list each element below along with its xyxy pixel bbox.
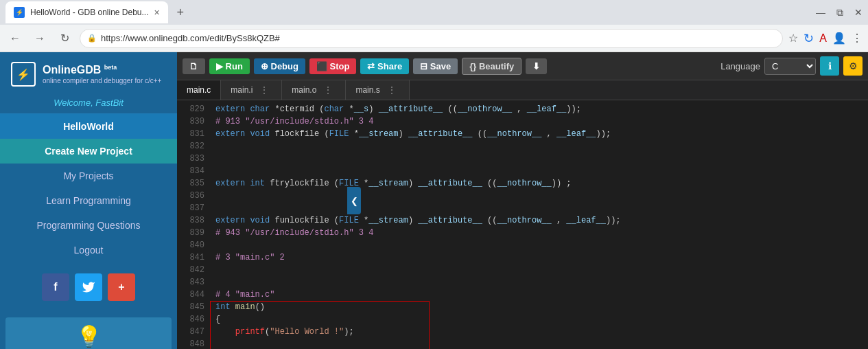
sidebar-item-helloworld[interactable]: HelloWorld [0,114,177,139]
refresh-button[interactable]: ↻ [55,29,74,48]
menu-icon[interactable]: ⋮ [852,32,863,45]
code-line [215,264,863,276]
sidebar-nav: HelloWorld Create New Project My Project… [0,114,177,262]
beautify-button[interactable]: {} Beautify [462,58,521,75]
code-line [215,276,863,289]
file-tab-more-icon3[interactable]: ⋮ [384,85,399,95]
download-button[interactable]: ⬇ [526,58,547,74]
twitter-button[interactable] [75,273,102,301]
logo-badge: beta [104,64,117,71]
code-line: # 4 "main.c" [215,289,863,301]
line-number: 842 [177,264,204,276]
back-button[interactable]: ← [5,29,25,48]
code-content[interactable]: extern char *ctermid (char *__s) __attri… [210,100,868,349]
save-button[interactable]: ⊟ Save [413,58,458,74]
line-number: 846 [177,313,204,326]
line-number: 835 [177,177,204,190]
code-line: # 943 "/usr/include/stdio.h" 3 4 [215,227,863,239]
line-number: 831 [177,128,204,140]
code-line [215,165,863,177]
file-tab-main-i[interactable]: main.i ⋮ [221,80,282,100]
forward-button[interactable]: → [30,29,49,48]
minimize-icon[interactable]: — [816,7,825,19]
sidebar-social: f + [0,262,177,312]
google-plus-button[interactable]: + [108,273,135,301]
language-label: Language [720,61,760,71]
file-tabs: main.c main.i ⋮ main.o ⋮ main.s ⋮ [177,80,868,100]
line-number: 829 [177,103,204,115]
file-tab-more-icon2[interactable]: ⋮ [320,85,336,95]
sidebar-item-programming-questions[interactable]: Programming Questions [0,213,177,238]
profile-icon[interactable]: 👤 [832,32,846,45]
line-number: 836 [177,190,204,202]
line-numbers: 8298308318328338348358368378388398408418… [177,100,210,349]
info-button[interactable]: ℹ [820,56,839,76]
new-file-button[interactable]: 🗋 [183,58,205,74]
debug-button[interactable]: ⊕ Debug [254,58,305,74]
maximize-icon[interactable]: ⧉ [836,7,843,19]
line-number: 839 [177,227,204,239]
ext-icon2[interactable]: A [819,32,827,45]
sidebar-item-create-new-project[interactable]: Create New Project [0,139,177,164]
share-button[interactable]: ⇄ Share [360,58,409,74]
code-line [215,140,863,153]
code-line: int main() [215,301,863,313]
sidebar: ⚡ OnlineGDB beta online compiler and deb… [0,52,177,349]
logo-subtitle: online compiler and debugger for c/c++ [43,77,161,85]
ad-bulb-icon: 💡 [12,324,165,348]
code-line [215,190,863,202]
sidebar-ad: 💡 GOT AN OPINION? SHARE AND GET REWARDED… [5,317,172,349]
code-line [215,202,863,214]
address-bar[interactable]: 🔒 https://www.onlinegdb.com/edit/BySs8kQ… [80,29,783,48]
file-tab-main-o[interactable]: main.o ⋮ [282,80,346,100]
code-line [215,338,863,349]
lock-icon: 🔒 [87,34,97,43]
code-line [215,153,863,165]
file-tab-main-s[interactable]: main.s ⋮ [346,80,409,100]
ext-icon1[interactable]: ↻ [804,31,814,46]
url-text: https://www.onlinegdb.com/edit/BySs8kQZB… [101,33,280,43]
sidebar-logo: ⚡ OnlineGDB beta online compiler and deb… [0,52,177,92]
bookmark-icon[interactable]: ☆ [788,32,798,45]
file-tab-more-icon[interactable]: ⋮ [257,85,272,95]
sidebar-item-learn-programming[interactable]: Learn Programming [0,188,177,213]
sidebar-welcome: Welcome, FastBit [0,92,177,114]
sidebar-collapse-button[interactable]: ❮ [347,187,361,214]
code-line: # 3 "main.c" 2 [215,251,863,264]
line-number: 837 [177,202,204,214]
stop-button[interactable]: ⬛ Stop [309,58,357,74]
line-number: 845 [177,301,204,313]
code-line: extern void flockfile (FILE *__stream) _… [215,128,863,140]
close-window-icon[interactable]: ✕ [854,7,863,19]
line-number: 847 [177,326,204,338]
file-tab-main-c[interactable]: main.c [177,80,221,100]
language-select[interactable]: C C++ Java Python [764,58,816,75]
line-number: 838 [177,214,204,227]
run-button[interactable]: ▶ Run [209,58,250,74]
browser-tab[interactable]: ⚡ HelloWorld - GDB online Debu... × [5,1,168,23]
sidebar-item-my-projects[interactable]: My Projects [0,164,177,188]
code-line: extern void funlockfile (FILE *__stream)… [215,214,863,227]
logo-icon: ⚡ [11,62,36,87]
line-number: 830 [177,115,204,128]
tab-close-icon[interactable]: × [154,7,160,18]
sidebar-item-logout[interactable]: Logout [0,238,177,262]
code-line: extern int ftrylockfile (FILE *__stream)… [215,177,863,190]
tab-title: HelloWorld - GDB online Debu... [30,8,149,17]
new-tab-button[interactable]: + [171,3,190,22]
line-number: 843 [177,276,204,289]
logo-name: OnlineGDB beta [43,64,161,76]
code-editor[interactable]: 8298308318328338348358368378388398408418… [177,100,868,349]
code-line [215,239,863,251]
line-number: 833 [177,153,204,165]
code-line: extern char *ctermid (char *__s) __attri… [215,103,863,115]
settings-button[interactable]: ⚙ [843,56,863,76]
toolbar: 🗋 ▶ Run ⊕ Debug ⬛ Stop ⇄ Share ⊟ Save {}… [177,52,868,80]
language-selector: Language C C++ Java Python [720,58,816,75]
facebook-button[interactable]: f [42,273,69,301]
code-line: printf("Hello World !"); [215,326,863,338]
line-number: 848 [177,338,204,349]
line-number: 844 [177,289,204,301]
line-number: 832 [177,140,204,153]
tab-favicon: ⚡ [14,7,25,18]
